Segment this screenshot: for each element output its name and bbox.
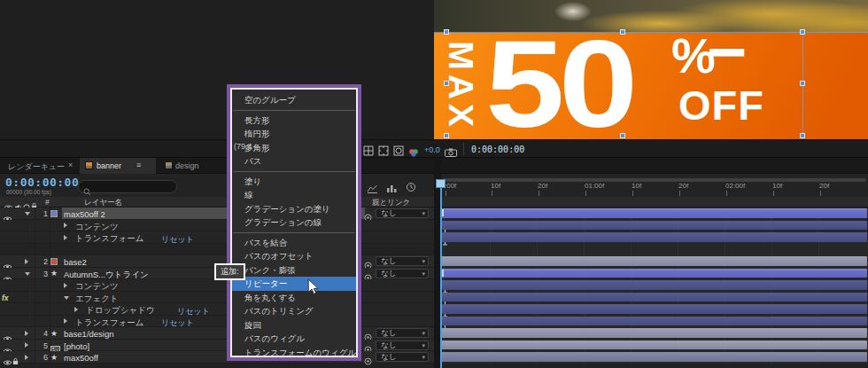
layer-duration-bar[interactable] <box>440 341 867 350</box>
search-box[interactable] <box>78 180 177 193</box>
graph-editor-icon[interactable] <box>367 181 378 197</box>
selection-handle[interactable] <box>620 29 625 35</box>
layer-name[interactable]: max50off 2 <box>64 209 105 219</box>
tab-banner[interactable]: banner ≡ <box>80 158 156 174</box>
menu-item-rectangle[interactable]: 長方形 <box>232 114 356 128</box>
preview-time[interactable]: 0:00:00:00 <box>471 145 524 154</box>
menu-separator <box>233 171 355 172</box>
layer-name[interactable]: [photo] <box>64 341 89 351</box>
menu-item-gradient-fill[interactable]: グラデーションの塗り <box>232 202 356 216</box>
menu-item-round-corners[interactable]: 角を丸くする <box>232 291 356 305</box>
parent-dropdown[interactable]: なし▾ <box>376 269 429 278</box>
property-row-drop-shadow[interactable]: ドロップシャドウ リセット <box>0 303 437 316</box>
menu-item-pucker-bloat[interactable]: パンク・膨張 <box>232 263 356 278</box>
menu-item-ellipse[interactable]: 楕円形 <box>232 127 356 141</box>
composition-icon <box>165 161 173 169</box>
add-button-annotation[interactable]: 追加: <box>214 263 245 280</box>
twirl-closed-icon[interactable] <box>74 307 78 312</box>
tab-render-queue[interactable]: レンダーキュー <box>8 161 65 173</box>
twirl-open-icon[interactable] <box>64 296 69 300</box>
composition-viewer[interactable]: MAX 50 % − OFF <box>0 0 868 139</box>
layer-duration-bar[interactable] <box>440 256 867 266</box>
menu-item-trim-paths[interactable]: パスのトリミング <box>232 304 356 318</box>
layer-duration-bar[interactable] <box>440 269 867 278</box>
pick-whip-icon[interactable] <box>364 353 372 368</box>
menu-item-wiggle-paths[interactable]: パスのウィグル <box>232 332 356 346</box>
layer-row[interactable]: 6 ★ max50off なし▾ <box>0 351 437 364</box>
twirl-open-icon[interactable] <box>25 272 30 276</box>
twirl-closed-icon[interactable] <box>64 283 67 288</box>
ruler-label: 02:00f <box>725 182 745 190</box>
property-row-transform[interactable]: トランスフォーム リセット <box>0 316 437 328</box>
layer-duration-bar[interactable] <box>440 328 867 338</box>
timeline-ruler[interactable]: :00f 10f 20f 01:00f 10f 20f 02:00f 10f 2… <box>440 174 868 197</box>
property-row-transform[interactable]: トランスフォーム リセット <box>0 231 437 244</box>
exposure-value[interactable]: +0.0 <box>424 145 440 154</box>
close-tab-icon[interactable]: × <box>68 161 73 169</box>
menu-item-twist[interactable]: 旋回 <box>232 318 356 333</box>
ruler-label: :00f <box>445 182 456 190</box>
twirl-closed-icon[interactable] <box>64 223 67 228</box>
layer-row[interactable]: 1 max50off 2 なし▾ <box>0 207 437 220</box>
playhead-line[interactable] <box>440 180 442 368</box>
panel-divider[interactable] <box>434 158 440 368</box>
twirl-closed-icon[interactable] <box>25 355 28 360</box>
layer-duration-bar[interactable] <box>440 208 867 218</box>
twirl-closed-icon[interactable] <box>64 235 67 240</box>
selection-handle[interactable] <box>800 81 805 86</box>
menu-item-stroke[interactable]: 線 <box>232 188 356 202</box>
parent-dropdown[interactable]: なし▾ <box>376 208 429 218</box>
menu-item-repeater-highlighted[interactable]: リピーター <box>232 277 356 291</box>
layer-row[interactable]: 4 ★ base1/design なし▾ <box>0 327 437 340</box>
eye-icon[interactable] <box>3 354 12 368</box>
parent-value: なし <box>381 208 396 217</box>
parent-dropdown[interactable]: なし▾ <box>376 352 429 362</box>
selection-handle[interactable] <box>620 133 625 138</box>
twirl-closed-icon[interactable] <box>25 342 28 348</box>
selection-handle[interactable] <box>444 29 449 35</box>
mouse-cursor-icon <box>307 278 319 299</box>
menu-item-merge-paths[interactable]: パスを結合 <box>232 236 356 250</box>
work-area-bar[interactable] <box>443 178 866 182</box>
menu-item-wiggle-transform[interactable]: トランスフォームのウィグル <box>232 346 356 356</box>
menu-item-offset-paths[interactable]: パスのオフセット <box>232 249 356 263</box>
twirl-closed-icon[interactable] <box>25 259 28 264</box>
caret-down-icon: ▾ <box>422 329 425 337</box>
clock-icon[interactable] <box>406 180 416 196</box>
context-menu-annotation: 空のグループ 長方形 楕円形 多角形 パス 塗り 線 グラデーションの塗り グラ… <box>227 84 361 361</box>
shape-add-context-menu: 空のグループ 長方形 楕円形 多角形 パス 塗り 線 グラデーションの塗り グラ… <box>232 90 356 356</box>
menu-item-gradient-stroke[interactable]: グラデーションの線 <box>232 215 356 230</box>
property-row-contents[interactable]: コンテンツ 追加: <box>0 279 437 292</box>
tab-design[interactable]: design <box>175 161 199 170</box>
zoom-level-dropdown[interactable]: (79.4 <box>234 142 252 151</box>
selection-handle[interactable] <box>444 81 449 86</box>
selection-handle[interactable] <box>444 133 449 138</box>
selection-handle[interactable] <box>800 133 805 138</box>
layer-name[interactable]: base2 <box>64 257 87 267</box>
banner-max-text: MAX <box>444 41 478 131</box>
twirl-open-icon[interactable] <box>25 212 30 215</box>
parent-dropdown[interactable]: なし▾ <box>376 328 429 338</box>
layer-name[interactable]: base1/design <box>64 329 114 339</box>
twirl-closed-icon[interactable] <box>25 331 28 336</box>
fx-badge[interactable]: fx <box>2 294 9 302</box>
panel-menu-icon[interactable]: ≡ <box>136 161 141 169</box>
menu-item-empty-group[interactable]: 空のグループ <box>232 93 356 107</box>
parent-dropdown[interactable]: なし▾ <box>376 256 429 266</box>
menu-item-fill[interactable]: 塗り <box>232 175 356 189</box>
property-row-effects[interactable]: fx エフェクト <box>0 292 437 304</box>
playhead-handle[interactable] <box>436 179 446 188</box>
current-time-display[interactable]: 0:00:00:00 <box>5 176 79 189</box>
layer-name[interactable]: max50off <box>64 353 98 363</box>
layer-duration-bar[interactable] <box>440 352 867 362</box>
banner-dash-text: − <box>707 17 748 86</box>
twirl-closed-icon[interactable] <box>64 318 67 324</box>
chart-icon[interactable] <box>386 181 397 197</box>
layer-number: 3 <box>37 270 48 278</box>
lock-icon[interactable] <box>12 353 19 368</box>
property-row-contents[interactable]: コンテンツ 追加: <box>0 220 437 232</box>
selection-handle[interactable] <box>800 29 805 35</box>
parent-dropdown[interactable]: なし▾ <box>376 341 429 350</box>
layer-row[interactable]: 5 [photo] なし▾ <box>0 340 437 352</box>
menu-item-path[interactable]: パス <box>232 154 356 168</box>
